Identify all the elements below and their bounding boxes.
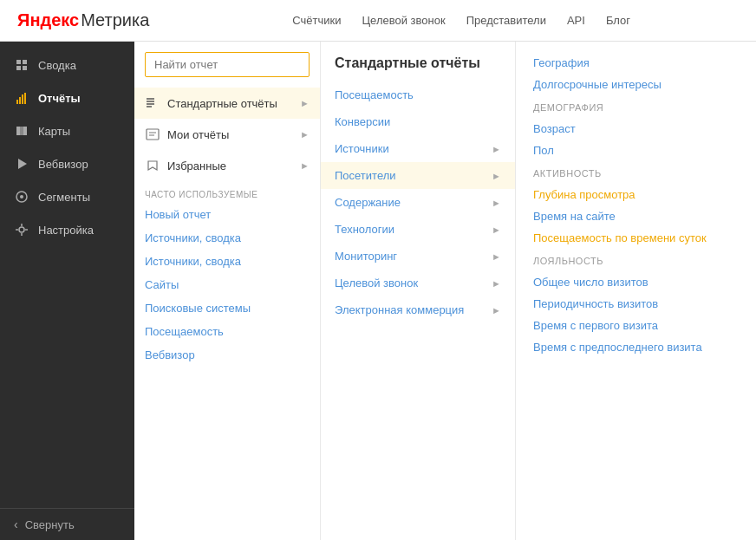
- det-gender[interactable]: Пол: [533, 140, 739, 161]
- sidebar-item-settings[interactable]: Настройка: [0, 213, 134, 246]
- detail-section-demo: ДЕМОГРАФИЯ: [533, 95, 739, 118]
- reports-icon: [14, 90, 29, 106]
- det-timeofday[interactable]: Посещаемость по времени суток: [533, 227, 739, 249]
- svg-rect-9: [20, 127, 23, 135]
- det-time[interactable]: Время на сайте: [533, 205, 739, 227]
- collapse-arrow-icon: ‹: [14, 517, 18, 531]
- sidebar-label-settings: Настройка: [38, 224, 94, 237]
- submenu-arrow-call: ►: [492, 278, 501, 289]
- sidebar-item-reports[interactable]: Отчёты: [0, 81, 134, 114]
- det-depth[interactable]: Глубина просмотра: [533, 184, 739, 205]
- submenu-item-commerce[interactable]: Электронная коммерция ►: [321, 296, 515, 323]
- svg-point-14: [19, 227, 24, 232]
- svg-marker-11: [18, 159, 27, 169]
- search-box: [145, 52, 310, 77]
- det-age[interactable]: Возраст: [533, 118, 739, 140]
- svg-rect-2: [16, 66, 21, 70]
- nav-counters[interactable]: Счётчики: [292, 14, 341, 27]
- maps-icon: [14, 123, 29, 139]
- nav-call[interactable]: Целевой звонок: [362, 14, 445, 27]
- submenu-arrow-commerce: ►: [492, 305, 501, 316]
- menu-label-my: Мои отчёты: [167, 128, 293, 141]
- svg-rect-8: [16, 127, 20, 135]
- menu-arrow-standard: ►: [300, 98, 310, 108]
- content: Стандартные отчёты ► Мои отчёты ►: [134, 42, 756, 540]
- my-reports-icon: [145, 127, 160, 142]
- svg-rect-0: [16, 60, 21, 64]
- main-layout: Сводка Отчёты Кар: [0, 42, 756, 540]
- sidebar-item-summary[interactable]: Сводка: [0, 49, 134, 81]
- det-geo[interactable]: География: [533, 52, 739, 74]
- sidebar-collapse[interactable]: ‹ Свернуть: [0, 508, 134, 540]
- det-total[interactable]: Общее число визитов: [533, 271, 739, 293]
- submenu-arrow-tech: ►: [492, 224, 501, 235]
- sidebar-label-segments: Сегменты: [38, 191, 90, 204]
- submenu-item-visits[interactable]: Посещаемость: [321, 81, 515, 108]
- submenu-item-sources[interactable]: Источники ►: [321, 135, 515, 162]
- freq-visits[interactable]: Посещаемость: [134, 320, 320, 343]
- submenu-item-call[interactable]: Целевой звонок ►: [321, 270, 515, 296]
- svg-rect-4: [16, 100, 18, 104]
- freq-sites[interactable]: Сайты: [134, 273, 320, 296]
- segments-icon: [14, 189, 29, 205]
- nav-reps[interactable]: Представители: [466, 14, 546, 27]
- sidebar-label-maps: Карты: [38, 125, 70, 138]
- menu-arrow-favorites: ►: [300, 160, 310, 171]
- submenu-item-visitors[interactable]: Посетители ►: [321, 162, 515, 189]
- svg-rect-6: [22, 94, 23, 104]
- search-input[interactable]: [145, 52, 310, 77]
- frequent-section-title: ЧАСТО ИСПОЛЬЗУЕМЫЕ: [134, 181, 320, 203]
- submenu-title: Стандартные отчёты: [321, 52, 515, 81]
- submenu-arrow-content: ►: [492, 198, 501, 208]
- detail-section-activity: АКТИВНОСТЬ: [533, 161, 739, 184]
- svg-rect-23: [147, 129, 159, 140]
- standard-reports-icon: [145, 95, 160, 111]
- header: Яндекс Метрика Счётчики Целевой звонок П…: [0, 0, 756, 42]
- header-nav: Счётчики Целевой звонок Представители AP…: [184, 14, 739, 27]
- freq-webvisor[interactable]: Вебвизор: [134, 343, 320, 367]
- menu-label-favorites: Избранные: [167, 159, 293, 172]
- submenu-item-tech[interactable]: Технологии ►: [321, 216, 515, 243]
- submenu-panel: Стандартные отчёты Посещаемость Конверси…: [321, 42, 516, 540]
- det-interests[interactable]: Долгосрочные интересы: [533, 74, 739, 95]
- nav-blog[interactable]: Блог: [606, 14, 630, 27]
- menu-item-my[interactable]: Мои отчёты ►: [134, 119, 320, 150]
- nav-api[interactable]: API: [567, 14, 585, 27]
- menu-item-standard[interactable]: Стандартные отчёты ►: [134, 88, 320, 119]
- freq-search[interactable]: Поисковые системы: [134, 296, 320, 320]
- sidebar-item-webvisor[interactable]: Вебвизор: [0, 147, 134, 180]
- submenu-arrow-visitors: ►: [492, 171, 501, 181]
- menu-label-standard: Стандартные отчёты: [167, 97, 293, 110]
- submenu-item-content[interactable]: Содержание ►: [321, 189, 515, 216]
- submenu-item-monitoring[interactable]: Мониторинг ►: [321, 243, 515, 270]
- det-firstvisit[interactable]: Время с первого визита: [533, 315, 739, 336]
- freq-new[interactable]: Новый отчет: [134, 203, 320, 226]
- logo-yandex: Яндекс: [17, 10, 79, 30]
- sidebar-label-reports: Отчёты: [38, 92, 81, 105]
- summary-icon: [14, 57, 29, 73]
- sidebar: Сводка Отчёты Кар: [0, 42, 134, 540]
- svg-rect-3: [23, 66, 27, 70]
- svg-rect-1: [23, 60, 27, 64]
- svg-rect-7: [24, 93, 26, 104]
- submenu-item-conv[interactable]: Конверсии: [321, 108, 515, 135]
- detail-panel: География Долгосрочные интересы ДЕМОГРАФ…: [516, 42, 756, 540]
- sidebar-item-segments[interactable]: Сегменты: [0, 180, 134, 213]
- svg-point-13: [20, 195, 23, 198]
- collapse-label: Свернуть: [25, 518, 75, 531]
- sidebar-label-summary: Сводка: [38, 59, 76, 72]
- menu-item-favorites[interactable]: Избранные ►: [134, 150, 320, 181]
- sidebar-item-maps[interactable]: Карты: [0, 114, 134, 147]
- favorites-icon: [145, 158, 160, 173]
- freq-sources2[interactable]: Источники, сводка: [134, 250, 320, 273]
- logo-metrika: Метрика: [81, 10, 149, 30]
- det-lastvisit[interactable]: Время с предпоследнего визита: [533, 336, 739, 358]
- webvisor-icon: [14, 156, 29, 172]
- svg-rect-5: [19, 97, 21, 104]
- det-period[interactable]: Периодичность визитов: [533, 293, 739, 315]
- freq-sources1[interactable]: Источники, сводка: [134, 226, 320, 250]
- submenu-arrow-sources: ►: [492, 144, 501, 154]
- sidebar-label-webvisor: Вебвизор: [38, 158, 88, 171]
- svg-rect-10: [23, 127, 27, 135]
- detail-section-loyalty: ЛОЯЛЬНОСТЬ: [533, 249, 739, 271]
